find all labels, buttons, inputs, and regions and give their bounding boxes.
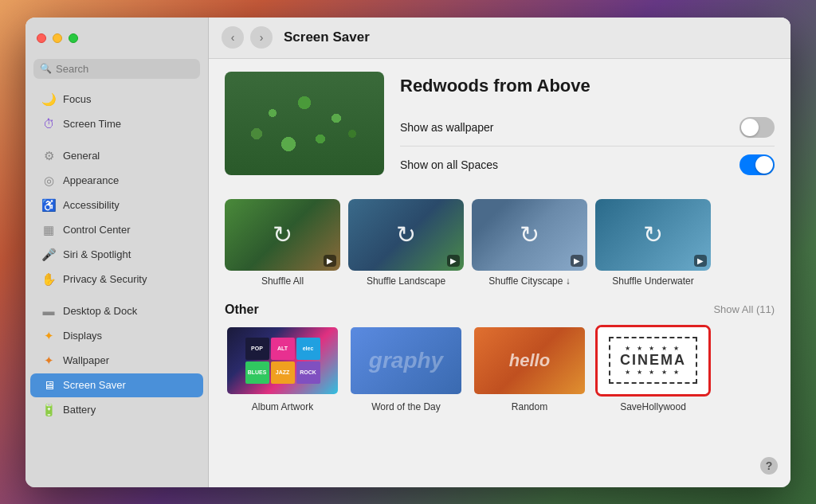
sidebar-item-screensaver[interactable]: 🖥 Screen Saver: [30, 373, 203, 397]
ss-item-shuffle-landscape[interactable]: ↻ ▶ Shuffle Landscape: [348, 199, 464, 287]
sidebar-item-label-battery: Battery: [63, 404, 96, 416]
ss-label-shuffle-cityscape: Shuffle Cityscape ↓: [488, 275, 571, 287]
cinema-stars-bottom: ★ ★ ★ ★ ★: [620, 369, 686, 376]
sidebar-item-label-focus: Focus: [63, 93, 91, 105]
other-item-album[interactable]: POP ALT elec BLUES JAZZ ROCK Album Artwo…: [225, 325, 340, 412]
other-label-savehollywood: SaveHollywood: [620, 401, 686, 412]
ss-thumb-img-shuffle-all: ↻ ▶: [225, 199, 340, 271]
sidebar-item-label-dock: Desktop & Dock: [63, 305, 137, 317]
album-items: POP ALT elec BLUES JAZZ ROCK: [230, 333, 335, 389]
sidebar-item-screentime[interactable]: ⏱ Screen Time: [30, 112, 203, 136]
toggle-knob-wallpaper: [741, 119, 759, 136]
album-mini-4: BLUES: [245, 361, 269, 384]
other-thumb-savehollywood: ★ ★ ★ ★ ★ CINEMA ★ ★ ★ ★ ★: [595, 325, 711, 397]
shuffle-cityscape-badge: ▶: [571, 255, 583, 267]
other-thumb-random: hello: [472, 325, 587, 397]
album-mini-5: JAZZ: [271, 361, 295, 384]
help-button[interactable]: ?: [760, 457, 778, 475]
ss-item-shuffle-underwater[interactable]: ↻ ▶ Shuffle Underwater: [595, 199, 711, 287]
other-label-word: Word of the Day: [371, 401, 440, 412]
ss-label-shuffle-all: Shuffle All: [261, 275, 304, 287]
sidebar-item-focus[interactable]: 🌙 Focus: [30, 88, 203, 111]
preview-section: Redwoods from Above Show as wallpaper Sh…: [225, 72, 775, 183]
wallpaper-icon: ✦: [41, 354, 56, 368]
sidebar-item-appearance[interactable]: ◎ Appearance: [30, 169, 203, 193]
ss-thumb-shuffle-underwater: ↻ ▶: [595, 199, 711, 271]
show-as-wallpaper-toggle[interactable]: [740, 117, 775, 138]
sidebar-item-battery[interactable]: 🔋 Battery: [30, 398, 203, 422]
sidebar-item-label-privacy: Privacy & Security: [63, 273, 147, 285]
shuffle-landscape-badge: ▶: [447, 255, 460, 267]
other-item-savehollywood[interactable]: ★ ★ ★ ★ ★ CINEMA ★ ★ ★ ★ ★ SaveHollywood: [595, 325, 711, 412]
sidebar-item-dock[interactable]: ▬ Desktop & Dock: [30, 299, 203, 323]
ss-thumb-shuffle-cityscape: ↻ ▶: [472, 199, 587, 271]
show-on-spaces-toggle[interactable]: [740, 154, 775, 175]
ss-label-shuffle-underwater: Shuffle Underwater: [612, 275, 694, 287]
ss-thumb-img-shuffle-cityscape: ↻ ▶: [472, 199, 587, 271]
accessibility-icon: ♿: [41, 198, 56, 213]
forward-button[interactable]: ›: [250, 26, 273, 49]
sidebar-item-label-accessibility: Accessibility: [63, 199, 120, 211]
other-item-random[interactable]: hello Random: [472, 325, 587, 412]
sidebar-item-privacy[interactable]: ✋ Privacy & Security: [30, 268, 203, 291]
shuffle-underwater-badge: ▶: [694, 255, 707, 267]
other-label-album: Album Artwork: [252, 401, 313, 412]
main-panel: ‹ › Screen Saver Redwoods from Above Sho…: [209, 18, 790, 487]
other-title: Other: [225, 303, 259, 317]
album-artwork-img: POP ALT elec BLUES JAZZ ROCK: [227, 327, 338, 394]
ss-item-shuffle-all[interactable]: ↻ ▶ Shuffle All: [225, 199, 340, 287]
cinema-img: ★ ★ ★ ★ ★ CINEMA ★ ★ ★ ★ ★: [598, 327, 708, 394]
ss-item-shuffle-cityscape[interactable]: ↻ ▶ Shuffle Cityscape ↓: [472, 199, 587, 287]
other-section-header: Other Show All (11): [225, 303, 775, 317]
privacy-icon: ✋: [41, 272, 56, 287]
sidebar-item-label-screentime: Screen Time: [63, 118, 121, 130]
album-mini-1: POP: [245, 338, 269, 360]
search-box[interactable]: 🔍: [33, 59, 200, 79]
siri-icon: 🎤: [41, 248, 56, 262]
cinema-text: CINEMA: [620, 352, 686, 369]
sidebar-item-label-appearance: Appearance: [63, 174, 119, 186]
other-item-word[interactable]: graphy Word of the Day: [348, 325, 464, 412]
sidebar-item-siri[interactable]: 🎤 Siri & Spotlight: [30, 243, 203, 267]
sidebar-item-label-general: General: [63, 150, 100, 162]
sidebar-item-controlcenter[interactable]: ▦ Control Center: [30, 218, 203, 242]
maximize-button[interactable]: [69, 33, 78, 43]
random-img: hello: [474, 327, 585, 394]
sidebar: 🔍 🌙 Focus ⏱ Screen Time ⚙ General ◎ Appe…: [26, 18, 209, 487]
sidebar-item-displays[interactable]: ✦ Displays: [30, 324, 203, 348]
other-thumb-word: graphy: [348, 325, 464, 397]
ss-thumb-img-shuffle-underwater: ↻ ▶: [595, 199, 711, 271]
screentime-icon: ⏱: [41, 117, 56, 131]
battery-icon: 🔋: [41, 403, 56, 417]
sidebar-item-wallpaper[interactable]: ✦ Wallpaper: [30, 349, 203, 373]
shuffle-cityscape-icon: ↻: [520, 221, 539, 248]
shuffle-landscape-icon: ↻: [396, 221, 416, 248]
show-as-wallpaper-row: Show as wallpaper: [400, 109, 775, 147]
sidebar-item-label-displays: Displays: [63, 330, 102, 342]
sidebar-item-general[interactable]: ⚙ General: [30, 144, 203, 168]
other-label-random: Random: [512, 401, 547, 412]
preview-details: Redwoods from Above Show as wallpaper Sh…: [400, 72, 775, 183]
other-thumb-album: POP ALT elec BLUES JAZZ ROCK: [225, 325, 340, 397]
cinema-stars-top: ★ ★ ★ ★ ★: [620, 345, 686, 352]
ss-thumb-img-shuffle-landscape: ↻ ▶: [348, 199, 464, 271]
preview-image: [225, 72, 384, 175]
main-content: ‹ › Screen Saver Redwoods from Above Sho…: [209, 18, 790, 487]
random-text: hello: [509, 350, 550, 371]
sidebar-item-accessibility[interactable]: ♿ Accessibility: [30, 193, 203, 217]
show-on-spaces-label: Show on all Spaces: [400, 158, 498, 171]
titlebar: [26, 18, 208, 59]
minimize-button[interactable]: [53, 33, 62, 43]
close-button[interactable]: [37, 33, 46, 43]
sidebar-item-label-wallpaper: Wallpaper: [63, 354, 109, 366]
screensaver-grid: ↻ ▶ Shuffle All ↻ ▶ Sh: [225, 199, 775, 287]
sidebar-item-label-screensaver: Screen Saver: [63, 379, 126, 391]
main-titlebar: ‹ › Screen Saver: [209, 18, 790, 59]
screensaver-name: Redwoods from Above: [400, 76, 775, 96]
word-img: graphy: [351, 327, 461, 394]
show-all-button[interactable]: Show All (11): [713, 303, 775, 315]
content-area: Redwoods from Above Show as wallpaper Sh…: [209, 59, 790, 487]
back-button[interactable]: ‹: [222, 26, 244, 49]
search-input[interactable]: [56, 63, 194, 75]
sidebar-item-label-siri: Siri & Spotlight: [63, 248, 131, 260]
